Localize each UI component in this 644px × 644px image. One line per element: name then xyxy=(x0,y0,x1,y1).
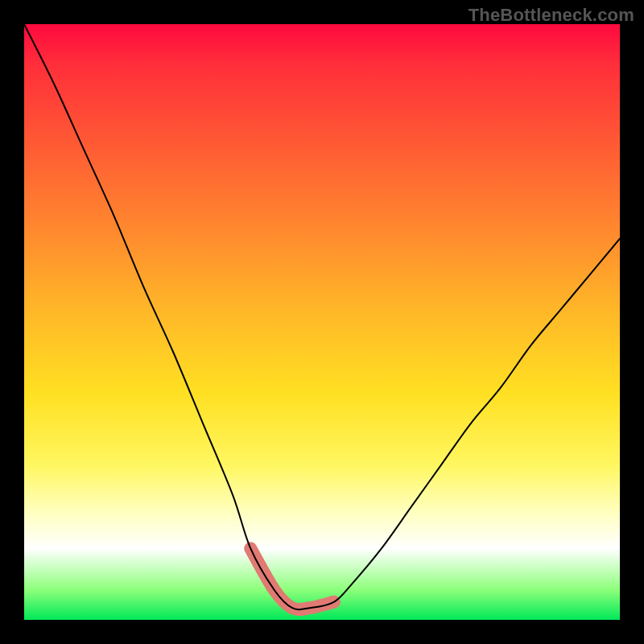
bottleneck-curve-line xyxy=(24,24,620,609)
watermark-text: TheBottleneck.com xyxy=(469,5,634,26)
curve-highlight xyxy=(250,548,334,609)
plot-outer xyxy=(24,24,620,620)
chart-svg xyxy=(24,24,620,620)
chart-frame: TheBottleneck.com xyxy=(0,0,644,644)
